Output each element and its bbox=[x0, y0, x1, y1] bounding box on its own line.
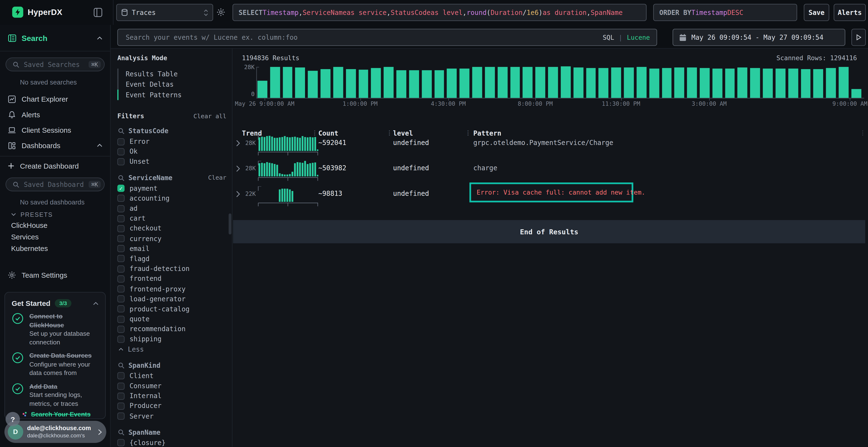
time-range-picker[interactable]: May 26 09:09:54 - May 27 09:09:54 bbox=[673, 29, 845, 46]
histogram-bar[interactable] bbox=[750, 68, 760, 98]
analysis-mode-results-table[interactable]: Results Table bbox=[117, 69, 232, 79]
checkbox[interactable] bbox=[117, 382, 125, 390]
histogram-bar[interactable] bbox=[599, 68, 609, 98]
filter-option[interactable]: fraud-detection bbox=[111, 264, 232, 274]
histogram-bar[interactable] bbox=[712, 68, 722, 98]
sql-select-editor[interactable]: SELECT Timestamp, ServiceName as service… bbox=[232, 4, 646, 21]
histogram-bar[interactable] bbox=[826, 68, 836, 98]
checkbox[interactable] bbox=[117, 413, 125, 420]
filter-clear-button[interactable]: Clear bbox=[208, 174, 226, 181]
sidebar-item-alerts[interactable]: Alerts bbox=[0, 107, 110, 122]
histogram-bars[interactable] bbox=[257, 66, 862, 98]
filter-option[interactable]: currency bbox=[111, 234, 232, 244]
filter-option[interactable]: ad bbox=[111, 204, 232, 214]
search-input[interactable] bbox=[125, 33, 603, 42]
checkbox[interactable] bbox=[117, 315, 125, 323]
filter-option[interactable]: recommendation bbox=[111, 324, 232, 334]
histogram-bar[interactable] bbox=[270, 67, 280, 98]
histogram-bar[interactable] bbox=[775, 68, 785, 98]
filters-scrollbar[interactable] bbox=[228, 213, 231, 234]
run-query-button[interactable] bbox=[851, 29, 866, 46]
histogram-bar[interactable] bbox=[371, 68, 381, 98]
checkbox[interactable] bbox=[117, 158, 125, 166]
analysis-mode-event-deltas[interactable]: Event Deltas bbox=[117, 79, 232, 90]
histogram-bar[interactable] bbox=[851, 89, 861, 98]
filter-option[interactable]: checkout bbox=[111, 224, 232, 234]
histogram-bar[interactable] bbox=[359, 70, 368, 98]
filter-option[interactable]: Client bbox=[111, 371, 232, 381]
histogram-bar[interactable] bbox=[548, 67, 558, 98]
get-started-hidden-step[interactable]: Search Your Events bbox=[23, 411, 90, 418]
sidebar-item-dashboards[interactable]: Dashboards bbox=[0, 138, 110, 153]
histogram-bar[interactable] bbox=[687, 68, 697, 98]
histogram-bar[interactable] bbox=[257, 80, 268, 98]
column-resize-handle[interactable]: ⋮ bbox=[386, 129, 393, 137]
checkbox[interactable] bbox=[117, 148, 125, 156]
histogram-bar[interactable] bbox=[283, 67, 292, 98]
histogram-bar[interactable] bbox=[535, 67, 546, 98]
histogram-bar[interactable] bbox=[485, 67, 495, 98]
checkbox[interactable] bbox=[117, 255, 125, 262]
filter-option[interactable]: product-catalog bbox=[111, 304, 232, 314]
histogram-bar[interactable] bbox=[321, 69, 331, 98]
filter-option[interactable]: shipping bbox=[111, 334, 232, 344]
show-less-toggle[interactable]: Less bbox=[111, 344, 232, 354]
get-started-step[interactable]: Add DataStart sending logs, metrics, or … bbox=[11, 382, 98, 408]
filter-option[interactable]: Producer bbox=[111, 401, 232, 411]
histogram-bar[interactable] bbox=[472, 67, 482, 98]
save-button[interactable]: Save bbox=[804, 4, 830, 21]
histogram-bar[interactable] bbox=[333, 67, 343, 98]
filter-option[interactable]: email bbox=[111, 244, 232, 254]
user-menu[interactable]: D dale@clickhouse.com dale@clickhouse.co… bbox=[4, 421, 106, 443]
preset-services[interactable]: Services bbox=[0, 231, 110, 243]
filter-option[interactable]: frontend bbox=[111, 274, 232, 284]
filter-option[interactable]: flagd bbox=[111, 254, 232, 264]
filter-option[interactable]: {closure} bbox=[111, 438, 232, 447]
get-started-step[interactable]: Create Data SourcesConfigure where your … bbox=[11, 352, 98, 377]
histogram-bar[interactable] bbox=[296, 68, 305, 98]
create-dashboard-button[interactable]: Create Dashboard bbox=[0, 158, 110, 174]
filter-option[interactable]: accounting bbox=[111, 194, 232, 204]
histogram-bar[interactable] bbox=[308, 71, 318, 98]
clear-all-button[interactable]: Clear all bbox=[193, 113, 226, 120]
histogram-bar[interactable] bbox=[624, 67, 634, 98]
presets-toggle[interactable]: PRESETS bbox=[0, 209, 110, 220]
pattern-highlight-box[interactable]: Error: Visa cache full: cannot add new i… bbox=[469, 182, 633, 203]
histogram-bar[interactable] bbox=[422, 70, 432, 98]
histogram-bar[interactable] bbox=[611, 68, 621, 98]
histogram-bar[interactable] bbox=[384, 67, 394, 98]
filter-option[interactable]: Internal bbox=[111, 391, 232, 401]
order-by-editor[interactable]: ORDER BY Timestamp DESC bbox=[653, 4, 797, 21]
get-started-step[interactable]: Connect to ClickHouseSet up your databas… bbox=[11, 312, 98, 347]
filter-option[interactable]: Ok bbox=[111, 147, 232, 157]
checkbox[interactable] bbox=[117, 403, 125, 410]
histogram-bar[interactable] bbox=[434, 70, 444, 98]
chevron-up-icon[interactable] bbox=[97, 144, 102, 147]
checkbox[interactable] bbox=[117, 296, 125, 303]
checkbox[interactable] bbox=[117, 305, 125, 313]
histogram-bar[interactable] bbox=[839, 67, 849, 98]
analysis-mode-event-patterns[interactable]: Event Patterns bbox=[117, 90, 232, 100]
checkbox[interactable] bbox=[117, 235, 125, 242]
checkbox[interactable]: ✓ bbox=[117, 185, 125, 192]
sidebar-item-search[interactable]: Search bbox=[0, 25, 110, 51]
chevron-up-icon[interactable] bbox=[93, 302, 99, 305]
checkbox[interactable] bbox=[117, 325, 125, 333]
column-header-pattern[interactable]: Pattern bbox=[473, 129, 501, 137]
checkbox[interactable] bbox=[117, 138, 125, 145]
source-select[interactable]: Traces bbox=[116, 4, 213, 21]
filter-option[interactable]: Consumer bbox=[111, 381, 232, 391]
histogram-bar[interactable] bbox=[574, 68, 583, 98]
histogram-bar[interactable] bbox=[409, 70, 419, 98]
histogram-bar[interactable] bbox=[497, 67, 507, 98]
preset-clickhouse[interactable]: ClickHouse bbox=[0, 219, 110, 231]
histogram-bar[interactable] bbox=[460, 68, 469, 98]
checkbox[interactable] bbox=[117, 392, 125, 400]
histogram-bar[interactable] bbox=[447, 69, 457, 98]
histogram-bar[interactable] bbox=[510, 67, 520, 98]
saved-searches-input[interactable]: Saved Searches ⌘K bbox=[5, 58, 105, 71]
histogram-bar[interactable] bbox=[738, 68, 747, 98]
alerts-button[interactable]: Alerts bbox=[834, 4, 866, 21]
saved-dashboards-input[interactable]: Saved Dashboards ⌘K bbox=[5, 177, 105, 191]
histogram-bar[interactable] bbox=[813, 69, 824, 98]
